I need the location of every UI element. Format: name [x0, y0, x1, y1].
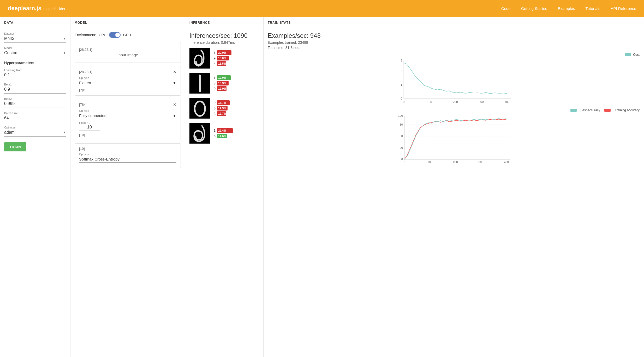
total-time-value: 31.3 sec. [285, 46, 300, 50]
lr-label: Learning Rate [4, 69, 66, 72]
pred-row: 9 12.9% [212, 86, 231, 91]
mnist-image-2 [189, 98, 210, 119]
nav-examples[interactable]: Examples [558, 6, 575, 11]
environment-label: Environment: [75, 33, 96, 37]
batch-size-field[interactable]: 64 [4, 116, 66, 122]
pred-bar: 14.9% [217, 106, 228, 110]
mnist-image-1 [189, 73, 210, 94]
inference-duration: Inference duration: 0.847ms [189, 40, 259, 45]
cpu-label: CPU [99, 33, 106, 37]
predictions-1: 1 19.0% 8 16.3% 9 12.9% [212, 75, 231, 91]
model-dropdown[interactable]: Custom ▼ [4, 51, 66, 57]
fc-op-label: Op type [79, 109, 176, 112]
fc-header: [784] ✕ [79, 102, 176, 107]
flatten-header: [28,28,1] ✕ [79, 69, 176, 74]
main-nav: Code Getting Started Examples Tutorials … [501, 6, 636, 11]
examples-trained: Examples trained: 23488 [268, 40, 640, 45]
pred-row: 6 14.9% [212, 106, 230, 110]
pred-digit: 3 [212, 112, 216, 116]
beta2-field[interactable]: 0.999 [4, 101, 66, 108]
svg-text:400: 400 [504, 161, 509, 164]
pred-row: 4 11.5% [212, 61, 231, 66]
svg-text:100: 100 [398, 114, 403, 117]
nav-getting-started[interactable]: Getting Started [521, 6, 547, 11]
pred-row: 1 19.0% [212, 75, 231, 80]
pred-bar: 19.0% [217, 75, 231, 80]
total-time: Total time: 31.3 sec. [268, 46, 640, 50]
flatten-op-select[interactable]: Flatten ▼ [79, 81, 176, 86]
pred-bar: 12.9% [217, 86, 226, 91]
fc-arrow-icon: ▼ [172, 113, 176, 118]
pred-digit: 6 [212, 106, 216, 110]
hidden-label: Hidden ... [79, 121, 176, 124]
cost-chart: 0 1 2 3 0 100 200 300 400 [268, 58, 640, 104]
accuracy-chart-legend: Test Accuracy Training Accuracy [268, 108, 640, 112]
fc-output-dims: [10] [79, 133, 176, 137]
nav-tutorials[interactable]: Tutorials [585, 6, 600, 11]
optimizer-label: Optimizer [4, 126, 66, 129]
svg-text:200: 200 [453, 161, 458, 164]
nav-api-reference[interactable]: API Reference [611, 6, 636, 11]
pred-row: 1 20.9% [212, 50, 231, 55]
layer-flatten: [28,28,1] ✕ Op type Flatten ▼ [784] [75, 66, 181, 96]
softmax-op-label: Op type [79, 153, 176, 156]
optimizer-value: adam [4, 130, 15, 135]
inference-item-0: 1 20.9% 9 16.0% 4 11.5% [189, 48, 259, 69]
test-acc-legend-box [570, 109, 577, 112]
svg-text:0: 0 [403, 100, 404, 103]
fc-op-value: Fully connected [79, 113, 106, 118]
svg-text:300: 300 [479, 100, 484, 103]
inference-image-row-0: 1 20.9% 9 16.0% 4 11.5% [189, 48, 259, 69]
svg-text:300: 300 [479, 161, 484, 164]
flatten-close-icon[interactable]: ✕ [173, 69, 176, 74]
pred-bar: 16.3% [217, 81, 229, 85]
dataset-dropdown[interactable]: MNIST ▼ [4, 36, 66, 43]
cost-chart-container: Cost 0 1 2 3 0 100 200 300 400 [268, 53, 640, 105]
flatten-arrow-icon: ▼ [172, 81, 176, 85]
toggle-knob [115, 33, 120, 37]
beta1-field[interactable]: 0.9 [4, 87, 66, 94]
fc-input-dims: [784] [79, 103, 87, 107]
svg-text:100: 100 [427, 100, 432, 103]
train-section-title: TRAIN STATS [268, 21, 640, 28]
model-arrow-icon: ▼ [63, 51, 66, 55]
beta2-label: Beta2 [4, 97, 66, 100]
model-label: Model [4, 46, 66, 50]
flatten-op-label: Op type [79, 76, 176, 79]
test-acc-legend-label: Test Accuracy [581, 108, 600, 112]
pred-digit: 1 [212, 76, 216, 80]
examples-trained-value: 23488 [298, 40, 308, 45]
mnist-image-0 [189, 48, 210, 69]
pred-bar: 12.7% [217, 111, 226, 116]
cost-legend-label: Cost [633, 53, 640, 57]
svg-text:100: 100 [427, 161, 432, 164]
train-acc-legend-label: Training Accuracy [615, 108, 640, 112]
optimizer-dropdown[interactable]: adam ▼ [4, 130, 66, 137]
dataset-value: MNIST [4, 36, 17, 41]
pred-digit: 9 [212, 101, 216, 105]
svg-text:200: 200 [453, 100, 458, 103]
hidden-value[interactable]: 10 [79, 125, 100, 131]
svg-text:0: 0 [401, 97, 402, 100]
pred-bar: 14.6% [217, 134, 227, 138]
nav-code[interactable]: Code [501, 6, 511, 11]
svg-text:2: 2 [401, 69, 402, 72]
pred-digit: 8 [212, 81, 216, 85]
train-button[interactable]: TRAIN [4, 142, 26, 151]
softmax-op-select[interactable]: Softmax Cross-Entropy [79, 157, 176, 163]
lr-field[interactable]: 0.1 [4, 73, 66, 79]
gpu-label: GPU [123, 33, 131, 37]
model-value: Custom [4, 51, 19, 55]
svg-text:20: 20 [400, 146, 403, 149]
pred-digit: 9 [212, 87, 216, 91]
inference-rate: Inferences/sec: 1090 [189, 32, 259, 39]
fc-close-icon[interactable]: ✕ [173, 102, 176, 107]
predictions-2: 9 17.7% 6 14.9% 3 12.7% [212, 100, 230, 116]
logo: deeplearn.js model builder [8, 5, 65, 12]
environment-toggle[interactable] [109, 32, 121, 38]
beta2-value: 0.999 [4, 101, 15, 106]
pred-bar: 16.0% [217, 56, 229, 60]
fc-op-select[interactable]: Fully connected ▼ [79, 113, 176, 119]
svg-text:80: 80 [400, 123, 403, 126]
svg-text:3: 3 [401, 59, 402, 62]
